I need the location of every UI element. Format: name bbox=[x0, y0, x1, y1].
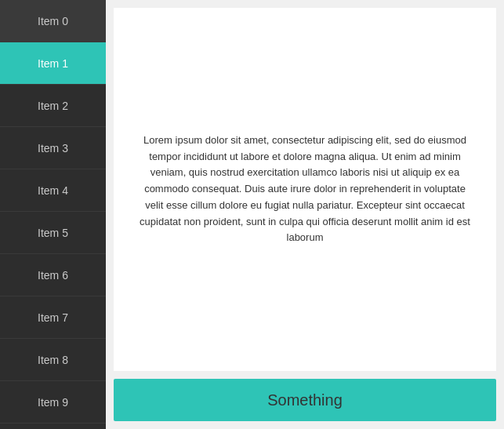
sidebar-item-4[interactable]: Item 4 bbox=[0, 169, 106, 212]
sidebar-item-2[interactable]: Item 2 bbox=[0, 85, 106, 127]
content-area: Lorem ipsum dolor sit amet, consectetur … bbox=[114, 8, 496, 371]
body-text: Lorem ipsum dolor sit amet, consectetur … bbox=[136, 133, 473, 247]
sidebar-item-1[interactable]: Item 1 bbox=[0, 42, 106, 85]
sidebar: Item 0Item 1Item 2Item 3Item 4Item 5Item… bbox=[0, 0, 106, 429]
main-content: Lorem ipsum dolor sit amet, consectetur … bbox=[106, 0, 504, 429]
something-button[interactable]: Something bbox=[114, 379, 496, 421]
sidebar-item-6[interactable]: Item 6 bbox=[0, 254, 106, 296]
sidebar-item-3[interactable]: Item 3 bbox=[0, 127, 106, 169]
sidebar-item-0[interactable]: Item 0 bbox=[0, 0, 106, 42]
sidebar-item-8[interactable]: Item 8 bbox=[0, 339, 106, 381]
sidebar-item-7[interactable]: Item 7 bbox=[0, 296, 106, 339]
sidebar-item-5[interactable]: Item 5 bbox=[0, 212, 106, 254]
bottom-button-area: Something bbox=[106, 371, 504, 429]
sidebar-item-9[interactable]: Item 9 bbox=[0, 381, 106, 424]
